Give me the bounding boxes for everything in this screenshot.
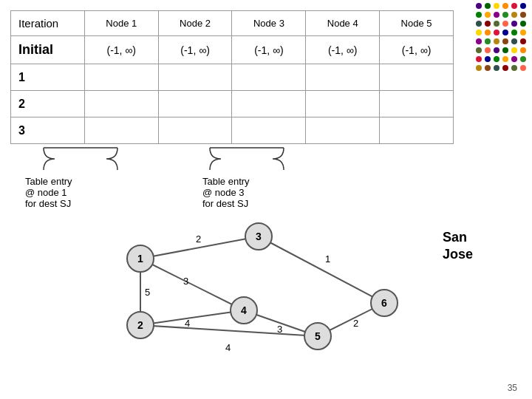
svg-line-8 [140,310,244,325]
svg-text:5: 5 [145,287,150,298]
svg-text:4: 4 [185,318,190,329]
annotation-right-l1: Table entry [202,176,250,187]
row-label-3: 3 [11,117,85,144]
table-row-initial: Initial (-1, ∞) (-1, ∞) (-1, ∞) (-1, ∞) … [11,36,454,64]
dots-decoration [473,0,532,74]
svg-text:1: 1 [137,253,143,265]
cell-initial-n3: (-1, ∞) [232,36,306,64]
annotation-svg: Table entry @ node 1 for dest SJ Table e… [10,144,454,218]
cell-initial-n5: (-1, ∞) [380,36,454,64]
table-row-3: 3 [11,117,454,144]
cell-3-n1 [84,117,158,144]
col-header-node1: Node 1 [84,11,158,36]
page-number: 35 [508,383,517,393]
row-label-initial: Initial [11,36,85,64]
cell-1-n4 [306,64,380,91]
col-header-node3: Node 3 [232,11,306,36]
svg-text:3: 3 [183,276,188,287]
graph-area: 2 5 3 4 1 3 2 4 1 2 3 4 5 6 [59,214,473,384]
table-row-1: 1 [11,64,454,91]
svg-text:4: 4 [241,304,247,316]
iteration-table: Iteration Node 1 Node 2 Node 3 Node 4 No… [10,10,454,144]
svg-text:4: 4 [225,342,231,353]
cell-3-n4 [306,117,380,144]
table-row-2: 2 [11,91,454,117]
cell-2-n3 [232,91,306,117]
svg-text:5: 5 [315,330,321,342]
cell-initial-n1: (-1, ∞) [84,36,158,64]
cell-1-n1 [84,64,158,91]
cell-initial-n2: (-1, ∞) [158,36,232,64]
cell-2-n1 [84,91,158,117]
cell-initial-n4: (-1, ∞) [306,36,380,64]
annotations-container: Table entry @ node 1 for dest SJ Table e… [10,144,454,220]
svg-line-6 [140,259,244,310]
annotation-left-l1: Table entry [25,176,72,187]
svg-text:2: 2 [353,318,358,329]
row-label-2: 2 [11,91,85,117]
col-header-node4: Node 4 [306,11,380,36]
svg-line-10 [259,236,384,303]
svg-text:3: 3 [256,231,262,242]
cell-1-n2 [158,64,232,91]
san-jose-label: SanJose [443,229,473,264]
cell-3-n5 [380,117,454,144]
network-graph: 2 5 3 4 1 3 2 4 1 2 3 4 5 6 [59,214,414,369]
cell-3-n2 [158,117,232,144]
svg-text:2: 2 [196,233,201,245]
table-container: Iteration Node 1 Node 2 Node 3 Node 4 No… [10,10,454,144]
annotation-right-l2: @ node 3 [202,187,245,198]
svg-text:1: 1 [325,253,330,265]
annotation-left-l2: @ node 1 [25,187,67,198]
annotation-left-l3: for dest SJ [25,198,71,209]
cell-2-n4 [306,91,380,117]
annotation-right-l3: for dest SJ [202,198,248,209]
svg-text:2: 2 [137,319,143,331]
cell-1-n3 [232,64,306,91]
svg-text:6: 6 [381,297,387,309]
cell-2-n2 [158,91,232,117]
cell-3-n3 [232,117,306,144]
col-header-iteration: Iteration [11,11,85,36]
cell-1-n5 [380,64,454,91]
row-label-1: 1 [11,64,85,91]
cell-2-n5 [380,91,454,117]
col-header-node2: Node 2 [158,11,232,36]
col-header-node5: Node 5 [380,11,454,36]
